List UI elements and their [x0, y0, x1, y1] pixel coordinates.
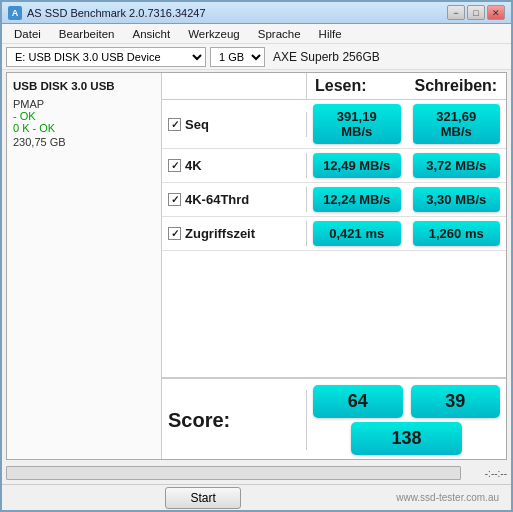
maximize-button[interactable]: □ [467, 5, 485, 20]
title-bar-left: A AS SSD Benchmark 2.0.7316.34247 [8, 6, 206, 20]
right-panel: Lesen: Schreiben: ✓ Seq 391,19 MB/s 321,… [162, 73, 506, 459]
checkbox-4k64[interactable]: ✓ [168, 193, 181, 206]
menu-werkzeug[interactable]: Werkzeug [180, 26, 248, 42]
status-ok-2: 0 K - OK [13, 122, 155, 134]
menu-bar: Datei Bearbeiten Ansicht Werkzeug Sprach… [2, 24, 511, 44]
menu-ansicht[interactable]: Ansicht [124, 26, 178, 42]
window-title: AS SSD Benchmark 2.0.7316.34247 [27, 7, 206, 19]
checkbox-zugrift[interactable]: ✓ [168, 227, 181, 240]
title-controls: − □ ✕ [447, 5, 505, 20]
progress-bar-background [6, 466, 461, 480]
disk-size: 230,75 GB [13, 136, 155, 148]
score-values: 64 39 138 [307, 385, 506, 455]
header-schreiben: Schreiben: [407, 73, 507, 99]
score-write: 39 [411, 385, 501, 418]
left-panel: USB DISK 3.0 USB PMAP - OK 0 K - OK 230,… [7, 73, 162, 459]
row-label-seq: ✓ Seq [162, 112, 307, 137]
title-bar: A AS SSD Benchmark 2.0.7316.34247 − □ ✕ [2, 2, 511, 24]
bench-rows: ✓ Seq 391,19 MB/s 321,69 MB/s ✓ 4K 12,49… [162, 100, 506, 377]
row-label-4k: ✓ 4K [162, 153, 307, 178]
drive-select[interactable]: E: USB DISK 3.0 USB Device [6, 47, 206, 67]
progress-time: -:--:-- [467, 468, 507, 479]
progress-area: -:--:-- [6, 464, 507, 482]
device-name: USB DISK 3.0 USB [13, 79, 155, 94]
4k64-write-value: 3,30 MB/s [413, 187, 501, 212]
table-row: ✓ Zugriffszeit 0,421 ms 1,260 ms [162, 217, 506, 251]
bottom-bar: Start www.ssd-tester.com.au [2, 484, 511, 510]
minimize-button[interactable]: − [447, 5, 465, 20]
score-label: Score: [162, 390, 307, 450]
close-button[interactable]: ✕ [487, 5, 505, 20]
watermark: www.ssd-tester.com.au [396, 492, 503, 503]
4k-write-value: 3,72 MB/s [413, 153, 501, 178]
start-button[interactable]: Start [165, 487, 240, 509]
table-row: ✓ 4K 12,49 MB/s 3,72 MB/s [162, 149, 506, 183]
table-row: ✓ 4K-64Thrd 12,24 MB/s 3,30 MB/s [162, 183, 506, 217]
checkbox-4k[interactable]: ✓ [168, 159, 181, 172]
menu-bearbeiten[interactable]: Bearbeiten [51, 26, 123, 42]
score-read: 64 [313, 385, 403, 418]
zugrift-read-value: 0,421 ms [313, 221, 401, 246]
app-icon: A [8, 6, 22, 20]
bench-header: Lesen: Schreiben: [162, 73, 506, 100]
zugrift-write-value: 1,260 ms [413, 221, 501, 246]
device-label: AXE Superb 256GB [269, 50, 384, 64]
header-lesen: Lesen: [307, 73, 407, 99]
benchmark-area: USB DISK 3.0 USB PMAP - OK 0 K - OK 230,… [6, 72, 507, 460]
size-select[interactable]: 1 GB [210, 47, 265, 67]
toolbar: E: USB DISK 3.0 USB Device 1 GB AXE Supe… [2, 44, 511, 70]
pmap-label: PMAP [13, 98, 155, 110]
seq-read-value: 391,19 MB/s [313, 104, 401, 144]
app-window: A AS SSD Benchmark 2.0.7316.34247 − □ ✕ … [0, 0, 513, 512]
score-total: 138 [351, 422, 461, 455]
score-row-top: 64 39 [307, 385, 506, 418]
header-empty [162, 73, 307, 99]
row-label-zugrift: ✓ Zugriffszeit [162, 221, 307, 246]
table-row: ✓ Seq 391,19 MB/s 321,69 MB/s [162, 100, 506, 149]
menu-hilfe[interactable]: Hilfe [311, 26, 350, 42]
4k64-read-value: 12,24 MB/s [313, 187, 401, 212]
row-label-4k64: ✓ 4K-64Thrd [162, 187, 307, 212]
seq-write-value: 321,69 MB/s [413, 104, 501, 144]
4k-read-value: 12,49 MB/s [313, 153, 401, 178]
menu-datei[interactable]: Datei [6, 26, 49, 42]
score-section: Score: 64 39 138 [162, 377, 506, 459]
checkbox-seq[interactable]: ✓ [168, 118, 181, 131]
menu-sprache[interactable]: Sprache [250, 26, 309, 42]
status-ok-1: - OK [13, 110, 155, 122]
